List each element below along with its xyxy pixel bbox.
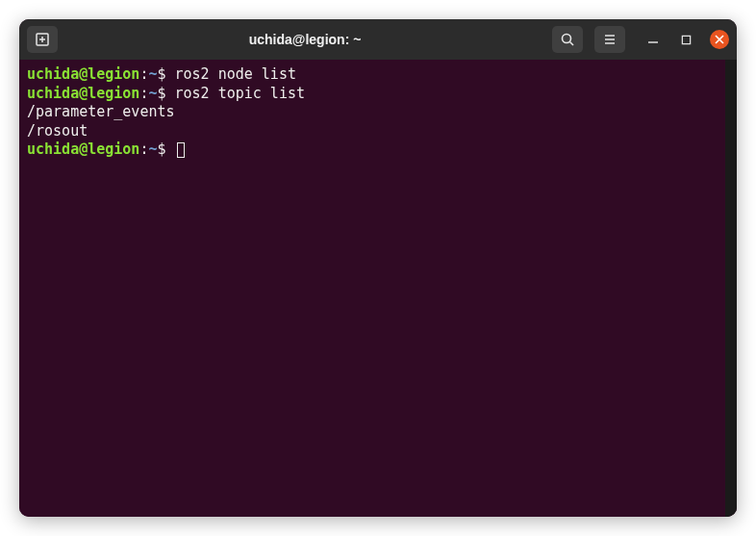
output-line: /rosout (27, 122, 718, 141)
minimize-button[interactable] (644, 31, 662, 48)
prompt-user: uchida@legion (27, 65, 139, 83)
window-controls (644, 30, 729, 49)
maximize-icon (681, 35, 692, 45)
terminal-line: uchida@legion:~$ ros2 node list (27, 65, 718, 85)
new-tab-button[interactable] (27, 26, 58, 53)
cursor-icon (177, 142, 185, 158)
new-tab-icon (35, 32, 50, 47)
svg-line-4 (570, 42, 574, 46)
prompt-dollar: $ (157, 140, 165, 158)
command-text: ros2 node list (166, 65, 296, 83)
terminal-body[interactable]: uchida@legion:~$ ros2 node list uchida@l… (19, 60, 737, 517)
terminal-line: uchida@legion:~$ ros2 topic list (27, 85, 718, 104)
terminal-line: uchida@legion:~$ (27, 140, 718, 160)
terminal-window: uchida@legion: ~ (19, 19, 737, 517)
command-text (166, 140, 175, 158)
svg-point-3 (563, 35, 571, 43)
minimize-icon (647, 34, 659, 45)
prompt-user: uchida@legion (27, 140, 139, 158)
svg-rect-9 (682, 36, 690, 43)
search-button[interactable] (552, 26, 583, 53)
prompt-user: uchida@legion (27, 85, 139, 102)
prompt-dollar: $ (157, 65, 165, 83)
prompt-dollar: $ (157, 85, 165, 102)
output-line: /parameter_events (27, 103, 718, 122)
close-button[interactable] (710, 30, 729, 49)
titlebar-left (27, 26, 58, 53)
titlebar: uchida@legion: ~ (19, 19, 737, 60)
titlebar-right (552, 26, 729, 53)
search-icon (560, 32, 575, 47)
maximize-button[interactable] (677, 31, 694, 48)
hamburger-icon (602, 32, 617, 47)
menu-button[interactable] (594, 26, 625, 53)
window-title: uchida@legion: ~ (63, 32, 546, 47)
close-icon (715, 35, 724, 44)
command-text: ros2 topic list (166, 85, 306, 102)
